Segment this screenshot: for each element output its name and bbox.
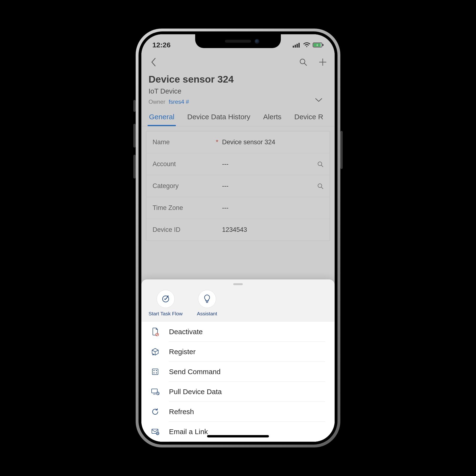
field-label: Name	[153, 138, 212, 146]
svg-line-8	[305, 63, 306, 66]
pull-data-icon	[151, 388, 159, 396]
field-label: Device ID	[153, 226, 212, 234]
svg-rect-1	[295, 45, 296, 48]
general-form: Name * Device sensor 324 Account --- Cat…	[146, 131, 330, 241]
chevron-down-icon	[315, 98, 323, 102]
sheet-drag-handle[interactable]	[141, 279, 335, 287]
search-icon	[317, 161, 323, 167]
home-indicator[interactable]	[207, 435, 269, 438]
quick-action-label: Assistant	[197, 311, 217, 317]
plus-icon	[319, 58, 327, 66]
search-icon	[299, 58, 307, 66]
email-link-icon	[151, 427, 159, 436]
lightbulb-icon	[203, 294, 211, 304]
tab-bar: General Device Data History Alerts Devic…	[141, 108, 335, 126]
field-label: Account	[153, 160, 212, 168]
volume-down-button	[133, 155, 136, 178]
menu-label: Email a Link	[169, 428, 325, 442]
svg-rect-3	[298, 43, 300, 48]
svg-rect-2	[297, 44, 298, 48]
package-icon	[151, 347, 159, 356]
field-value: ---	[222, 160, 314, 168]
record-header: Device sensor 324 IoT Device Owner fsres…	[141, 72, 335, 108]
svg-point-29	[156, 432, 159, 435]
search-button[interactable]	[298, 57, 308, 67]
search-icon	[317, 183, 323, 189]
field-value: 1234543	[222, 226, 323, 234]
menu-deactivate[interactable]: Deactivate	[141, 322, 335, 342]
status-time: 12:26	[152, 41, 171, 49]
menu-label: Pull Device Data	[169, 388, 325, 402]
quick-action-assistant[interactable]: Assistant	[197, 290, 217, 317]
menu-refresh[interactable]: Refresh	[141, 402, 335, 422]
quick-action-label: Start Task Flow	[149, 311, 183, 317]
field-label: Time Zone	[153, 204, 212, 212]
field-device-id[interactable]: Device ID 1234543	[146, 219, 330, 241]
owner-label: Owner	[149, 99, 165, 105]
menu-email-a-link[interactable]: Email a Link	[141, 422, 335, 442]
field-time-zone[interactable]: Time Zone ---	[146, 197, 330, 219]
svg-rect-22	[156, 370, 157, 371]
action-sheet: Start Task Flow Assistant Deacti	[141, 279, 335, 442]
field-value: Device sensor 324	[222, 138, 323, 146]
tab-general[interactable]: General	[149, 108, 175, 126]
notch	[195, 34, 281, 48]
menu-label: Send Command	[169, 368, 325, 382]
deactivate-icon	[151, 327, 159, 336]
tab-alerts[interactable]: Alerts	[263, 108, 282, 126]
power-button	[340, 131, 343, 169]
tab-device-r[interactable]: Device R	[294, 108, 324, 126]
field-label: Category	[153, 182, 212, 190]
field-name[interactable]: Name * Device sensor 324	[146, 131, 330, 153]
lookup-icon[interactable]	[317, 183, 323, 189]
volume-up-button	[133, 124, 136, 148]
svg-rect-0	[293, 46, 294, 48]
add-button[interactable]	[318, 57, 327, 67]
svg-rect-6	[323, 44, 323, 46]
svg-rect-23	[153, 373, 154, 374]
wifi-icon	[303, 42, 310, 48]
mute-switch	[133, 100, 136, 112]
task-flow-icon	[161, 295, 170, 303]
svg-line-12	[321, 165, 323, 167]
quick-action-start-task-flow[interactable]: Start Task Flow	[149, 290, 183, 317]
menu-label: Deactivate	[169, 328, 325, 342]
svg-rect-20	[152, 369, 158, 374]
required-asterisk: *	[215, 138, 219, 146]
chevron-left-icon	[151, 57, 156, 67]
battery-charging-icon	[313, 42, 324, 48]
menu-pull-device-data[interactable]: Pull Device Data	[141, 382, 335, 402]
field-value: ---	[222, 204, 323, 212]
svg-rect-24	[156, 373, 157, 374]
back-button[interactable]	[149, 57, 158, 67]
signal-icon	[293, 42, 301, 48]
record-type-label: IoT Device	[149, 87, 327, 95]
field-category[interactable]: Category ---	[146, 175, 330, 197]
owner-link[interactable]: fsres4 #	[169, 99, 189, 105]
menu-label: Register	[169, 348, 325, 362]
menu-label: Refresh	[169, 408, 325, 422]
screen: 12:26	[141, 34, 335, 442]
refresh-icon	[151, 408, 159, 416]
phone-frame: 12:26	[136, 29, 340, 447]
page-title: Device sensor 324	[149, 74, 327, 85]
svg-rect-21	[153, 370, 154, 371]
navbar	[141, 52, 335, 72]
menu-send-command[interactable]: Send Command	[141, 362, 335, 382]
menu-register[interactable]: Register	[141, 342, 335, 362]
field-value: ---	[222, 182, 314, 190]
svg-point-7	[300, 59, 305, 64]
svg-line-14	[321, 187, 323, 189]
field-account[interactable]: Account ---	[146, 153, 330, 175]
svg-rect-25	[152, 389, 157, 393]
expand-header-button[interactable]	[315, 98, 323, 102]
lookup-icon[interactable]	[317, 161, 323, 167]
command-icon	[151, 368, 159, 376]
tab-device-data-history[interactable]: Device Data History	[187, 108, 251, 126]
